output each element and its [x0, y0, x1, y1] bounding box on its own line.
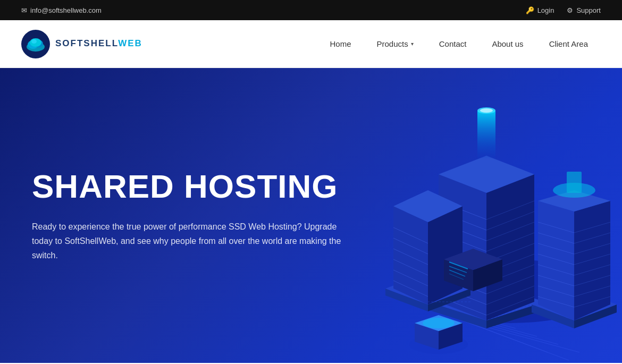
svg-rect-94 — [567, 172, 582, 193]
nav-item-contact[interactable]: Contact — [426, 20, 480, 68]
hero-content: SHARED HOSTING Ready to experience the t… — [32, 168, 351, 263]
support-link[interactable]: ⚙ Support — [567, 6, 601, 14]
svg-marker-74 — [538, 201, 574, 320]
topbar: ✉ info@softshellweb.com 🔑 Login ⚙ Suppor… — [0, 0, 622, 20]
nav-item-home[interactable]: Home — [317, 20, 364, 68]
server-scene-svg — [346, 68, 622, 363]
nav-about-label: About us — [492, 39, 523, 48]
logo-text: SoftShellWeb — [55, 39, 142, 49]
topbar-actions: 🔑 Login ⚙ Support — [526, 6, 601, 14]
logo-text-part2: Web — [118, 38, 142, 48]
nav-contact-label: Contact — [439, 39, 467, 48]
main-nav: Home Products ▾ Contact About us Client … — [317, 20, 601, 68]
hero-section: SHARED HOSTING Ready to experience the t… — [0, 68, 622, 363]
svg-marker-22 — [486, 174, 534, 320]
chevron-down-icon: ▾ — [411, 41, 414, 47]
support-label: Support — [576, 6, 601, 14]
svg-marker-75 — [574, 201, 610, 320]
svg-marker-50 — [393, 206, 428, 304]
logo-text-part1: SoftShell — [55, 38, 118, 48]
support-icon: ⚙ — [567, 6, 573, 14]
nav-item-client-area[interactable]: Client Area — [536, 20, 601, 68]
svg-point-70 — [423, 318, 455, 328]
nav-products-label: Products — [377, 39, 408, 48]
svg-point-46 — [480, 108, 493, 113]
topbar-email: info@softshellweb.com — [30, 6, 102, 14]
logo[interactable]: SoftShellWeb — [21, 30, 142, 58]
nav-item-about[interactable]: About us — [479, 20, 536, 68]
svg-point-5 — [31, 39, 37, 44]
login-label: Login — [537, 6, 554, 14]
logo-icon — [21, 30, 50, 58]
svg-line-17 — [505, 336, 569, 360]
hero-title: SHARED HOSTING — [32, 168, 351, 205]
login-link[interactable]: 🔑 Login — [526, 6, 554, 14]
envelope-icon: ✉ — [21, 6, 27, 14]
nav-item-products[interactable]: Products ▾ — [364, 20, 426, 68]
topbar-email-section: ✉ info@softshellweb.com — [21, 6, 102, 14]
hero-illustration — [346, 68, 622, 363]
hero-description: Ready to experience the true power of pe… — [32, 219, 351, 263]
key-icon: 🔑 — [526, 6, 534, 14]
nav-home-label: Home — [330, 39, 351, 48]
header: SoftShellWeb Home Products ▾ Contact Abo… — [0, 20, 622, 68]
svg-rect-44 — [477, 111, 495, 158]
nav-client-area-label: Client Area — [549, 39, 588, 48]
